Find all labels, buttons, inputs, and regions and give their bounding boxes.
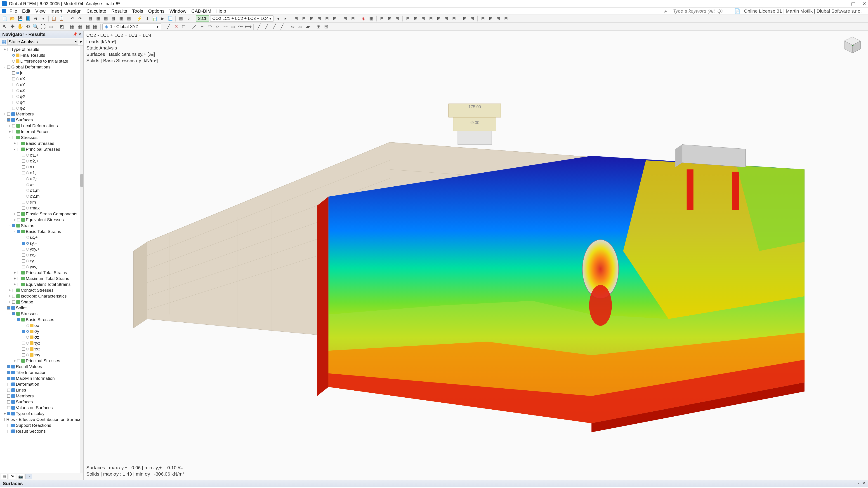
tree-item[interactable]: σy: [1, 328, 84, 334]
menu-file[interactable]: File: [7, 8, 20, 14]
dim-icon[interactable]: ⟷: [245, 23, 252, 30]
calc-icon[interactable]: ⚡: [136, 15, 143, 22]
m4-icon[interactable]: ╱: [278, 23, 285, 30]
tree-item[interactable]: +Isotropic Characteristics: [1, 293, 84, 299]
nav-tab-results-icon[interactable]: 〰: [25, 474, 32, 479]
tree-item[interactable]: τxy: [1, 352, 84, 358]
q-icon[interactable]: ⊞: [428, 15, 434, 22]
orientation-cube[interactable]: -y: [842, 35, 863, 55]
line-icon[interactable]: ／: [191, 23, 198, 30]
m-icon[interactable]: ⊞: [394, 15, 401, 22]
e-icon[interactable]: ⊞: [323, 15, 330, 22]
tree-scrollbar[interactable]: [80, 46, 84, 473]
loads-icon[interactable]: ⬇: [144, 15, 151, 22]
i-icon[interactable]: ◉: [360, 15, 367, 22]
menu-window[interactable]: Window: [167, 8, 189, 14]
pin-icon[interactable]: 📌 ✕: [73, 32, 81, 36]
r-icon[interactable]: ⊞: [435, 15, 442, 22]
d1-icon[interactable]: ╱: [165, 23, 172, 30]
tree-item[interactable]: γxy,-: [1, 264, 84, 270]
t-icon[interactable]: ⊞: [451, 15, 457, 22]
b-icon[interactable]: ⊞: [301, 15, 307, 22]
tree-item[interactable]: -Strains: [1, 223, 84, 229]
circle-icon[interactable]: ○: [214, 23, 221, 30]
polyline-icon[interactable]: ⌐: [199, 23, 206, 30]
h-icon[interactable]: ⊞: [349, 15, 356, 22]
menu-view[interactable]: View: [33, 8, 48, 14]
menu-tools[interactable]: Tools: [130, 8, 145, 14]
tree-item[interactable]: τyz: [1, 340, 84, 346]
pan-icon[interactable]: ✋: [17, 23, 24, 30]
next-lc-icon[interactable]: ▸: [282, 15, 289, 22]
tree-item[interactable]: -Solids: [1, 305, 84, 311]
menu-calculate[interactable]: Calculate: [84, 8, 109, 14]
tree-item[interactable]: -Global Deformations: [1, 64, 84, 70]
view-mode-1-icon[interactable]: ▦: [69, 23, 75, 30]
tree-item[interactable]: αm: [1, 199, 84, 205]
undo-icon[interactable]: ↶: [69, 15, 75, 22]
tree-item[interactable]: α+: [1, 164, 84, 170]
tree-item[interactable]: Support Reactions: [1, 422, 84, 428]
d2-icon[interactable]: ✕: [173, 23, 180, 30]
z-icon[interactable]: ⊞: [502, 15, 509, 22]
table-pin-icon[interactable]: ▭ ✕: [858, 481, 865, 486]
tree-item[interactable]: +Equivalent Total Strains: [1, 282, 84, 287]
k-icon[interactable]: ⊞: [378, 15, 385, 22]
s1-icon[interactable]: ▱: [289, 23, 296, 30]
copy-icon[interactable]: 📋: [51, 15, 57, 22]
tree-item[interactable]: σx: [1, 323, 84, 328]
view-mode-4-icon[interactable]: ▦: [92, 23, 98, 30]
close-button[interactable]: ✕: [862, 1, 866, 7]
move-icon[interactable]: ✥: [9, 23, 16, 30]
print-icon[interactable]: 🖨: [32, 15, 39, 22]
viewport-3d[interactable]: 175.00 -9.00: [84, 31, 868, 480]
o-icon[interactable]: ⊞: [412, 15, 419, 22]
results-icon[interactable]: 📊: [151, 15, 158, 22]
tree-item[interactable]: +Contact Stresses: [1, 287, 84, 293]
tree-item[interactable]: σ1,-: [1, 170, 84, 176]
view-2-icon[interactable]: ▦: [95, 15, 101, 22]
d3-icon[interactable]: □: [180, 23, 187, 30]
tree-item[interactable]: Members: [1, 393, 84, 399]
tree-item[interactable]: εy,+: [1, 240, 84, 246]
tree-item[interactable]: +Principal Total Strains: [1, 270, 84, 275]
zoom-icon[interactable]: 🔍: [32, 23, 39, 30]
nav-mode-select[interactable]: Static Analysis: [7, 39, 78, 45]
tree-item[interactable]: εx,-: [1, 252, 84, 258]
new-file-icon[interactable]: 📄: [1, 15, 8, 22]
menu-options[interactable]: Options: [146, 8, 166, 14]
menu-assign[interactable]: Assign: [65, 8, 84, 14]
tree-item[interactable]: Surfaces: [1, 399, 84, 405]
tree-item[interactable]: φY: [1, 99, 84, 105]
d-icon[interactable]: ⊞: [316, 15, 322, 22]
tree-item[interactable]: σ2,-: [1, 176, 84, 182]
arc-icon[interactable]: ◠: [206, 23, 213, 30]
view-6-icon[interactable]: ▦: [125, 15, 132, 22]
iso-icon[interactable]: ◩: [58, 23, 65, 30]
tree-item[interactable]: +Type of results: [1, 46, 84, 53]
paste-icon[interactable]: 📋: [58, 15, 65, 22]
set1-icon[interactable]: ⊞: [315, 23, 322, 30]
loadcase-combo[interactable]: CO2 LC1 + LC2 + LC3 + LC4▾: [210, 15, 274, 22]
view-3-icon[interactable]: ▦: [102, 15, 109, 22]
c-icon[interactable]: ⊞: [308, 15, 315, 22]
view-5-icon[interactable]: ▦: [118, 15, 125, 22]
tree-item[interactable]: +Principal Stresses: [1, 358, 84, 364]
tree-item[interactable]: -Stresses: [1, 135, 84, 140]
f-icon[interactable]: ⊞: [331, 15, 338, 22]
anim-icon[interactable]: ▶: [159, 15, 166, 22]
tree-item[interactable]: -Principal Stresses: [1, 147, 84, 152]
tree-item[interactable]: σz: [1, 334, 84, 340]
menu-edit[interactable]: Edit: [20, 8, 33, 14]
tree-item[interactable]: Lines: [1, 387, 84, 393]
tree-item[interactable]: Result Sections: [1, 428, 84, 434]
rect-icon[interactable]: ▭: [229, 23, 236, 30]
tree-item[interactable]: -Basic Stresses: [1, 317, 84, 323]
zoom-win-icon[interactable]: ▭: [48, 23, 54, 30]
m1-icon[interactable]: ╱: [255, 23, 262, 30]
tree-item[interactable]: σ1,+: [1, 152, 84, 158]
toggle-2-icon[interactable]: ▿: [185, 15, 192, 22]
rotate-icon[interactable]: ⟲: [24, 23, 31, 30]
maximize-button[interactable]: ▢: [851, 1, 856, 7]
tree-item[interactable]: +Internal Forces: [1, 129, 84, 135]
